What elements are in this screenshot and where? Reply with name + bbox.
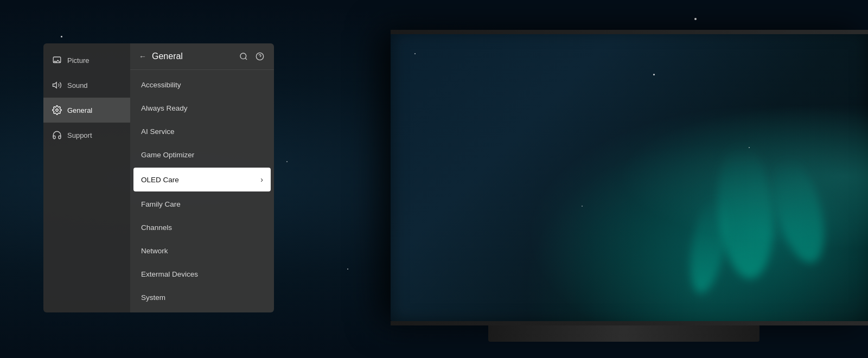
menu-item-system[interactable]: System: [130, 286, 274, 309]
support-icon: [52, 130, 62, 140]
svg-marker-1: [53, 82, 57, 88]
panel-header: ← General: [130, 43, 274, 70]
menu-item-label-accessibility: Accessibility: [141, 81, 181, 89]
general-panel: ← General: [130, 43, 274, 312]
sidebar-item-sound[interactable]: Sound: [43, 73, 130, 98]
menu-item-external-devices[interactable]: Extermal Devices: [130, 263, 274, 286]
svg-line-4: [245, 58, 247, 60]
menu-overlay: Picture Sound General Support: [43, 43, 274, 312]
general-menu-list: Accessibility Always Ready AI Service Ga…: [130, 70, 274, 312]
sidebar-label-sound: Sound: [67, 81, 88, 90]
menu-item-label-always-ready: Always Ready: [141, 104, 188, 112]
tv-bezel-top: [391, 30, 868, 34]
menu-item-accessibility[interactable]: Accessibility: [130, 73, 274, 97]
menu-item-label-network: Network: [141, 247, 168, 255]
menu-item-network[interactable]: Network: [130, 239, 274, 263]
sound-icon: [52, 80, 62, 90]
panel-title: General: [152, 52, 183, 61]
menu-item-game-optimizer[interactable]: Game Optimizer: [130, 143, 274, 167]
sidebar: Picture Sound General Support: [43, 43, 130, 312]
menu-item-label-channels: Channels: [141, 223, 172, 232]
menu-item-ai-service[interactable]: AI Service: [130, 120, 274, 143]
search-icon[interactable]: [238, 51, 249, 62]
panel-header-left: ← General: [139, 52, 183, 61]
menu-item-oled-care[interactable]: OLED Care ›: [133, 168, 271, 191]
menu-item-label-oled-care: OLED Care: [141, 176, 179, 184]
panel-header-icons: [238, 51, 265, 62]
svg-point-2: [56, 109, 59, 112]
help-icon[interactable]: [254, 51, 265, 62]
menu-item-label-system: System: [141, 293, 165, 302]
back-button[interactable]: ←: [139, 52, 146, 61]
sidebar-label-general: General: [67, 106, 92, 114]
tv-stand: [488, 325, 760, 342]
menu-item-label-family-care: Family Care: [141, 200, 181, 208]
sidebar-label-picture: Picture: [67, 56, 89, 65]
picture-icon: [52, 55, 62, 65]
menu-item-always-ready[interactable]: Always Ready: [130, 97, 274, 120]
svg-point-3: [240, 53, 246, 59]
menu-item-channels[interactable]: Channels: [130, 216, 274, 239]
general-icon: [52, 105, 62, 115]
oled-care-chevron: ›: [260, 175, 263, 184]
sidebar-item-picture[interactable]: Picture: [43, 48, 130, 73]
sidebar-item-support[interactable]: Support: [43, 123, 130, 148]
tv-bezel-bottom: [391, 321, 868, 325]
sidebar-item-general[interactable]: General: [43, 98, 130, 123]
menu-item-label-external-devices: Extermal Devices: [141, 270, 198, 278]
menu-item-label-ai-service: AI Service: [141, 127, 175, 136]
sidebar-label-support: Support: [67, 131, 92, 139]
menu-item-label-game-optimizer: Game Optimizer: [141, 151, 194, 159]
menu-item-family-care[interactable]: Family Care: [130, 193, 274, 216]
tv-screen: [391, 30, 868, 323]
